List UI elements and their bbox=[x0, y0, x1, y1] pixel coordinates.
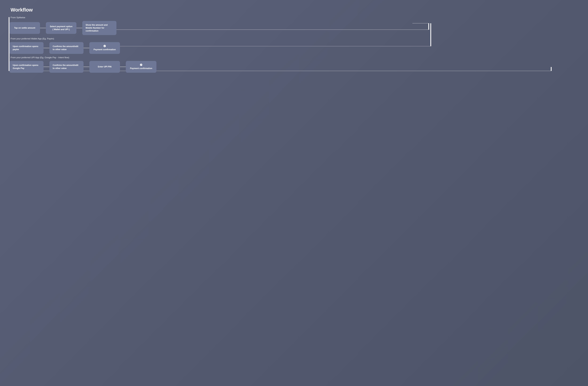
node-text: Payment confirmation bbox=[130, 67, 152, 70]
node-select-payment: Select payment option( Wallet and UPI ) bbox=[46, 22, 76, 34]
node-text: Payment confirmation bbox=[93, 48, 116, 51]
section-label-upi: From your preferred UPI App (Eg. Google … bbox=[11, 56, 580, 59]
connector bbox=[84, 67, 89, 67]
node-show-amount: Show the amount and Mobile Number for co… bbox=[82, 21, 116, 35]
row-splitwise: Tap on settle amount Select payment opti… bbox=[9, 21, 580, 35]
connector bbox=[40, 28, 46, 28]
section-label-splitwise: From Splitwise bbox=[11, 16, 580, 19]
node-confirm-amount-wallet: Confirms the amount/edit to other value bbox=[49, 42, 84, 54]
row-wallet: Upon confirmation opens paytm Confirms t… bbox=[9, 42, 580, 54]
workflow-container: From Splitwise Tap on settle amount Sele… bbox=[8, 16, 580, 73]
section-label-wallet: From your preferred Wallet App (Eg. Payt… bbox=[11, 37, 580, 40]
row-upi: Upon confirmation opens Google Pay Confi… bbox=[9, 61, 580, 73]
check-circle-icon bbox=[104, 45, 106, 47]
connector bbox=[43, 67, 49, 67]
node-tap-settle: Tap on settle amount bbox=[9, 22, 40, 34]
check-circle-icon bbox=[140, 64, 142, 66]
node-open-gpay: Upon confirmation opens Google Pay bbox=[9, 61, 43, 73]
connector bbox=[76, 28, 82, 28]
workflow-title: Workflow bbox=[11, 7, 580, 13]
connector bbox=[84, 48, 89, 48]
node-payment-confirm-wallet: Payment confirmation bbox=[89, 42, 120, 54]
section-wallet: From your preferred Wallet App (Eg. Payt… bbox=[9, 37, 580, 54]
node-enter-pin: Enter UPI PIN bbox=[89, 61, 120, 73]
node-payment-confirm-upi: Payment confirmation bbox=[126, 61, 156, 73]
node-confirm-amount-upi: Confirms the amount/edit to other value bbox=[49, 61, 84, 73]
section-upi: From your preferred UPI App (Eg. Google … bbox=[9, 56, 580, 73]
connector bbox=[120, 67, 126, 67]
section-splitwise: From Splitwise Tap on settle amount Sele… bbox=[9, 16, 580, 35]
connector bbox=[43, 48, 49, 48]
node-open-paytm: Upon confirmation opens paytm bbox=[9, 42, 43, 54]
